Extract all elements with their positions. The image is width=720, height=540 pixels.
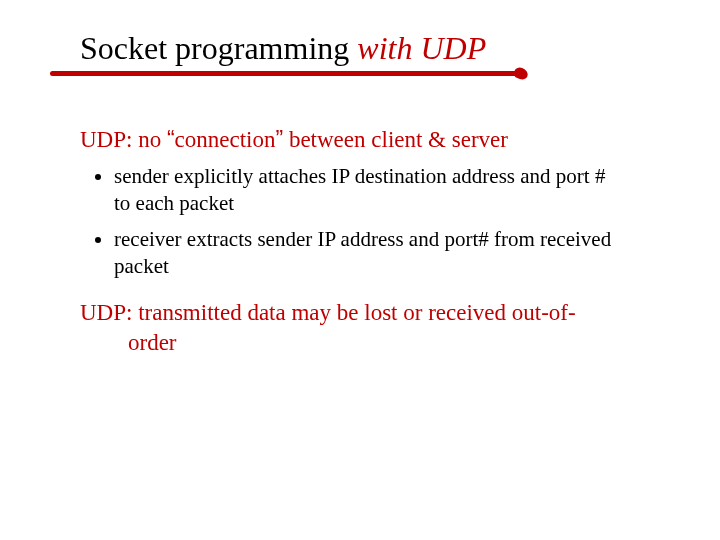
heading1-post: between client & server: [283, 127, 508, 152]
title-underline: [50, 71, 520, 76]
content-area: UDP: no “connection” between client & se…: [80, 126, 660, 358]
slide: Socket programming with UDP UDP: no “con…: [0, 0, 720, 378]
list-item: sender explicitly attaches IP destinatio…: [114, 163, 620, 218]
list-item: receiver extracts sender IP address and …: [114, 226, 620, 281]
heading1-mid: connection: [175, 127, 276, 152]
title-part-1: Socket programming: [80, 30, 357, 66]
heading2-text: UDP: transmitted data may be lost or rec…: [80, 298, 620, 358]
heading1-pre: UDP: no: [80, 127, 167, 152]
title-part-2: with UDP: [357, 30, 486, 66]
bullet-list: sender explicitly attaches IP destinatio…: [80, 163, 620, 280]
heading-no-connection: UDP: no “connection” between client & se…: [80, 126, 620, 153]
open-quote: “: [167, 126, 175, 152]
slide-title: Socket programming with UDP: [80, 30, 660, 67]
heading-lost-or-ooo: UDP: transmitted data may be lost or rec…: [80, 298, 620, 358]
close-quote: ”: [275, 126, 283, 152]
